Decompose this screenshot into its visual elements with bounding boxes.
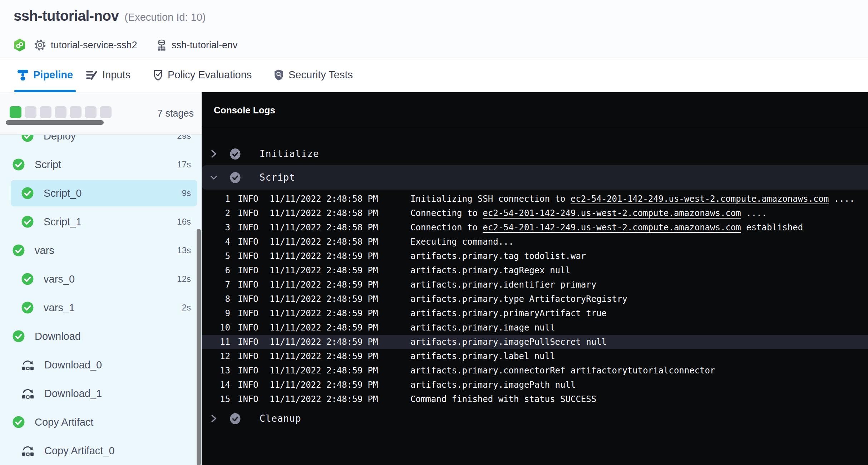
stage-row-copy-artifact-0[interactable]: Copy Artifact_0 <box>0 436 202 465</box>
log-line-number: 9 <box>202 308 230 318</box>
tab-security-tests[interactable]: Security Tests <box>274 58 353 92</box>
stage-row-deploy[interactable]: Deploy 29s <box>0 135 202 150</box>
log-text: artifacts.primary.identifier primary <box>410 280 596 290</box>
progress-segment <box>100 106 112 118</box>
chevron-right-icon <box>210 150 217 158</box>
log-level: INFO <box>230 351 270 361</box>
progress-segment <box>10 106 21 118</box>
service-name: tutorial-service-ssh2 <box>51 40 137 51</box>
progress-segment <box>55 106 66 118</box>
log-level: INFO <box>230 323 270 333</box>
console-section-name: Cleanup <box>260 413 301 424</box>
console-header: Console Logs <box>202 92 868 128</box>
harness-service-icon <box>14 38 26 52</box>
tab-label: Inputs <box>102 69 130 81</box>
tab-inputs[interactable]: Inputs <box>86 58 130 92</box>
section-expand-toggle[interactable] <box>210 174 217 181</box>
tab-policy-evaluations[interactable]: Policy Evaluations <box>153 58 252 92</box>
status-success-icon <box>230 413 241 425</box>
stage-row-script-0[interactable]: Script_0 9s <box>0 179 202 207</box>
stage-row-script[interactable]: Script 17s <box>0 150 202 179</box>
log-level: INFO <box>230 366 270 376</box>
stage-row-label: Script_0 <box>44 187 82 199</box>
success-check-icon <box>21 135 34 142</box>
log-message: Connection to ec2-54-201-142-249.us-west… <box>410 222 868 232</box>
log-timestamp: 11/11/2022 2:48:59 PM <box>270 337 410 347</box>
console-section-initialize[interactable]: Initialize <box>202 147 868 161</box>
log-line-number: 14 <box>202 380 230 390</box>
stage-row-vars-1[interactable]: vars_1 2s <box>0 293 202 322</box>
stage-row-label: vars_1 <box>44 302 75 314</box>
console-log-line-4: 4 INFO 11/11/2022 2:48:58 PM Executing c… <box>202 235 868 249</box>
log-link[interactable]: ec2-54-201-142-249.us-west-2.compute.ama… <box>483 208 741 218</box>
pipeline-execution-page: ssh-tutorial-nov (Execution Id: 10) tuto… <box>0 0 868 465</box>
tab-pipeline[interactable]: Pipeline <box>17 58 73 92</box>
stage-row-duration: 9s <box>182 188 191 198</box>
log-message: artifacts.primary.imagePath null <box>410 380 868 390</box>
success-check-icon <box>21 273 34 285</box>
log-link[interactable]: ec2-54-201-142-249.us-west-2.compute.ama… <box>483 222 741 232</box>
stage-row-label: Download <box>35 331 81 342</box>
log-text: .... <box>829 194 854 204</box>
log-message: artifacts.primary.image null <box>410 323 868 333</box>
harness-service-icon <box>14 38 26 52</box>
log-message: Initializing SSH connection to ec2-54-20… <box>410 194 868 204</box>
success-check-icon <box>13 244 25 256</box>
log-link[interactable]: ec2-54-201-142-249.us-west-2.compute.ama… <box>571 194 829 204</box>
policy-evaluations-icon <box>153 69 163 81</box>
stage-row-copy-artifact[interactable]: Copy Artifact <box>0 408 202 436</box>
stage-row-label: Copy Artifact <box>35 416 93 428</box>
log-line-number: 11 <box>202 337 230 347</box>
stage-row-script-1[interactable]: Script_1 16s <box>0 207 202 236</box>
stage-row-download[interactable]: Download <box>0 322 202 351</box>
log-level: INFO <box>230 308 270 318</box>
console-section-script[interactable]: Script <box>202 165 868 190</box>
log-timestamp: 11/11/2022 2:48:59 PM <box>270 366 410 376</box>
stage-row-label: vars <box>35 245 54 256</box>
success-check-icon <box>21 216 34 228</box>
log-text: artifacts.primary.image null <box>410 323 555 333</box>
vertical-scrollbar[interactable] <box>197 229 201 465</box>
console-log-line-8: 8 INFO 11/11/2022 2:48:59 PM artifacts.p… <box>202 292 868 306</box>
success-check-icon <box>13 158 25 171</box>
section-expand-toggle[interactable] <box>210 150 217 158</box>
stage-row-download-0[interactable]: Download_0 <box>0 351 202 379</box>
progress-segment <box>85 106 97 118</box>
tab-label: Policy Evaluations <box>168 69 252 81</box>
stage-row-label: Download_0 <box>44 359 102 371</box>
status-success-icon <box>230 172 241 183</box>
log-timestamp: 11/11/2022 2:48:59 PM <box>270 351 410 361</box>
log-timestamp: 11/11/2022 2:48:59 PM <box>270 280 410 290</box>
log-text: artifacts.primary.primaryArtifact true <box>410 308 607 318</box>
stage-row-label: vars_0 <box>44 273 75 285</box>
log-message: artifacts.primary.label null <box>410 351 868 361</box>
retry-step-icon <box>21 388 34 399</box>
stage-row-download-1[interactable]: Download_1 <box>0 379 202 408</box>
stage-row-duration: 13s <box>177 245 191 255</box>
log-text: Executing command... <box>410 237 514 247</box>
stage-row-highlight <box>11 135 197 149</box>
log-level: INFO <box>230 280 270 290</box>
log-message: artifacts.primary.primaryArtifact true <box>410 308 868 318</box>
log-level: INFO <box>230 394 270 404</box>
inputs-icon <box>86 70 98 80</box>
horizontal-scrollbar[interactable] <box>6 120 104 125</box>
console-section-name: Initialize <box>260 148 319 159</box>
log-timestamp: 11/11/2022 2:48:58 PM <box>270 194 410 204</box>
log-message: artifacts.primary.imagePullSecret null <box>410 337 868 347</box>
section-expand-toggle[interactable] <box>210 414 217 423</box>
log-line-number: 3 <box>202 222 230 232</box>
log-text: artifacts.primary.label null <box>410 351 555 361</box>
log-level: INFO <box>230 208 270 218</box>
stage-row-vars-0[interactable]: vars_0 12s <box>0 265 202 293</box>
stage-row-vars[interactable]: vars 13s <box>0 236 202 265</box>
page-title: ssh-tutorial-nov <box>14 8 119 24</box>
console-log-line-6: 6 INFO 11/11/2022 2:48:59 PM artifacts.p… <box>202 263 868 278</box>
page-header: ssh-tutorial-nov (Execution Id: 10) tuto… <box>0 0 868 58</box>
log-timestamp: 11/11/2022 2:48:58 PM <box>270 208 410 218</box>
stage-row-duration: 12s <box>177 274 191 284</box>
log-timestamp: 11/11/2022 2:48:59 PM <box>270 265 410 275</box>
tab-label: Pipeline <box>33 69 73 81</box>
execution-tabbar: Pipeline Inputs Policy Evaluations Secur… <box>0 58 868 92</box>
console-section-cleanup[interactable]: Cleanup <box>202 411 868 426</box>
